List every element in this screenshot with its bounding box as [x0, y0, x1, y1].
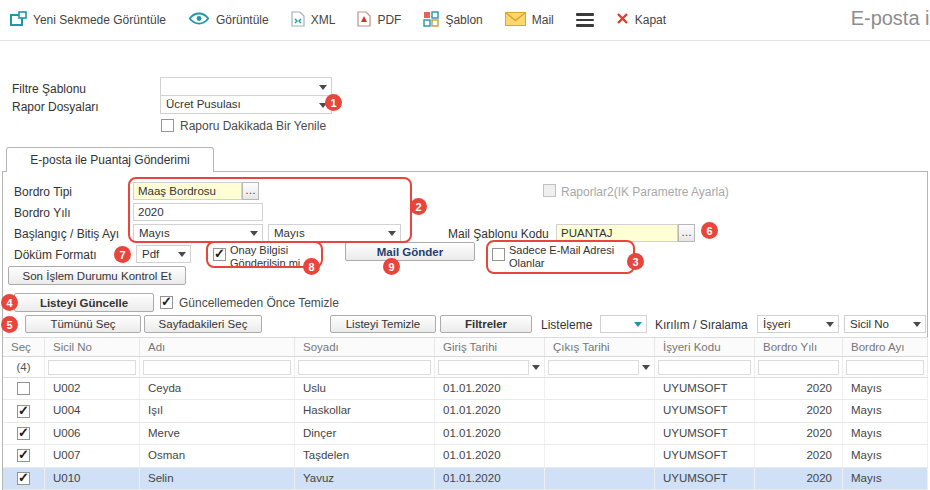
column-header[interactable]: Bordro Ayı	[843, 338, 928, 356]
filter-cell	[755, 357, 843, 377]
mail-button[interactable]: Mail	[505, 12, 554, 29]
toolbar-item-label: Kapat	[635, 13, 666, 27]
table-cell: Ceyda	[140, 378, 295, 399]
table-cell: 2020	[755, 445, 843, 466]
table-cell: Mayıs	[843, 423, 928, 444]
toolbar-item-label: XML	[311, 13, 336, 27]
table-row[interactable]: U002CeydaUslu01.01.2020UYUMSOFT2020Mayıs	[3, 378, 928, 400]
bitis-ayi-select[interactable]: Mayıs	[268, 224, 401, 242]
kirilim-select[interactable]: İşyeri	[757, 315, 839, 333]
bordro-yili-label: Bordro Yılı	[14, 206, 70, 220]
mail-gonder-button[interactable]: Mail Gönder	[345, 242, 475, 261]
xml-button[interactable]: XML	[291, 11, 336, 30]
column-filter-input[interactable]	[846, 360, 924, 375]
column-header[interactable]: Seç	[3, 338, 45, 356]
table-cell: UYUMSOFT	[655, 400, 755, 421]
raporlar2-checkbox[interactable]	[543, 184, 556, 197]
onay-bilgisi-checkbox[interactable]	[213, 248, 226, 261]
annotation-badge-8: 8	[303, 258, 320, 275]
filter-cell	[45, 357, 140, 377]
dokum-formati-select[interactable]: Pdf	[136, 245, 191, 263]
column-header[interactable]: İşyeri Kodu	[655, 338, 755, 356]
report-files-select[interactable]: Ücret Pusulası	[160, 95, 332, 114]
filter-cell: (4)	[3, 357, 45, 377]
table-row[interactable]: U004IşılHaskollar01.01.2020UYUMSOFT2020M…	[3, 400, 928, 422]
table-cell: 2020	[755, 468, 843, 489]
bordro-tipi-lookup-button[interactable]: …	[242, 182, 259, 200]
column-header[interactable]: Çıkış Tarihi	[545, 338, 655, 356]
filtreler-button[interactable]: Filtreler	[440, 315, 532, 333]
table-row[interactable]: U010SelinYavuz01.01.2020UYUMSOFT2020Mayı…	[3, 468, 928, 490]
filter-cell	[655, 357, 755, 377]
column-header[interactable]: Soyadı	[295, 338, 435, 356]
bordro-yili-input[interactable]	[133, 203, 263, 221]
chevron-down-icon	[634, 322, 642, 327]
raporlar2-label: Raporlar2(IK Parametre Ayarla)	[561, 185, 729, 199]
mail-sablonu-input[interactable]	[556, 224, 678, 242]
view-button[interactable]: Görüntüle	[188, 11, 269, 29]
column-filter-input[interactable]	[298, 360, 431, 375]
sayfadakileri-sec-button[interactable]: Sayfadakileri Seç	[144, 315, 262, 333]
listeleme-select[interactable]	[600, 315, 647, 333]
close-icon	[616, 12, 629, 28]
table-cell: 2020	[755, 423, 843, 444]
table-cell: Selin	[140, 468, 295, 489]
mail-sablonu-lookup-button[interactable]: …	[678, 224, 695, 242]
filter-template-value	[161, 78, 331, 82]
annotation-badge-4: 4	[1, 294, 18, 311]
page-title: E-posta il	[851, 7, 930, 30]
table-cell	[545, 423, 655, 444]
column-header[interactable]: Giriş Tarihi	[435, 338, 545, 356]
sadece-email-label: Sadece E-Mail Adresi Olanlar	[509, 244, 627, 269]
auto-refresh-checkbox[interactable]	[161, 119, 174, 132]
row-checkbox[interactable]	[17, 405, 30, 418]
listeyi-guncelle-button[interactable]: Listeyi Güncelle	[14, 293, 154, 312]
chevron-down-icon[interactable]	[532, 365, 540, 370]
row-checkbox[interactable]	[17, 427, 30, 440]
column-filter-input[interactable]	[658, 360, 751, 375]
tumunu-sec-button[interactable]: Tümünü Seç	[25, 315, 141, 333]
template-button[interactable]: Şablon	[423, 11, 482, 30]
chevron-down-icon[interactable]	[642, 365, 650, 370]
auto-refresh-checkbox-row: Raporu Dakikada Bir Yenile	[161, 119, 326, 133]
table-cell: U006	[45, 423, 140, 444]
table-row[interactable]: U007OsmanTaşdelen01.01.2020UYUMSOFT2020M…	[3, 445, 928, 467]
row-checkbox[interactable]	[17, 472, 30, 485]
guncellemeden-checkbox[interactable]	[160, 296, 173, 309]
column-header[interactable]: Adı	[140, 338, 295, 356]
siralama-select[interactable]: Sicil No	[844, 315, 926, 333]
template-icon	[423, 11, 439, 30]
filter-template-label: Filtre Şablonu	[12, 82, 86, 96]
tab-eposta-puantaj[interactable]: E-posta ile Puantaj Gönderimi	[6, 147, 214, 172]
column-filter-input[interactable]	[548, 360, 639, 375]
table-cell: 01.01.2020	[435, 468, 545, 489]
table-row[interactable]: U006MerveDinçer01.01.2020UYUMSOFT2020May…	[3, 423, 928, 445]
baslangic-ayi-select[interactable]: Mayıs	[133, 224, 263, 242]
app-window: Yeni Sekmede Görüntüle Görüntüle XML PDF…	[0, 0, 930, 490]
row-select-cell	[3, 423, 45, 444]
son-islem-durumu-button[interactable]: Son İşlem Durumu Kontrol Et	[8, 266, 186, 285]
toolbar-item-label: PDF	[377, 13, 401, 27]
column-filter-input[interactable]	[438, 360, 529, 375]
open-in-new-tab-button[interactable]: Yeni Sekmede Görüntüle	[10, 11, 166, 30]
row-checkbox[interactable]	[17, 449, 30, 462]
column-header[interactable]: Bordro Yılı	[755, 338, 843, 356]
pdf-button[interactable]: PDF	[357, 11, 401, 30]
bordro-tipi-input[interactable]	[133, 182, 242, 200]
menu-icon[interactable]	[576, 13, 594, 27]
filter-cell	[140, 357, 295, 377]
row-checkbox[interactable]	[17, 382, 30, 395]
listeleme-value	[601, 316, 646, 320]
auto-refresh-label: Raporu Dakikada Bir Yenile	[180, 119, 326, 133]
listeyi-temizle-button[interactable]: Listeyi Temizle	[330, 315, 436, 333]
column-header[interactable]: Sicil No	[45, 338, 140, 356]
column-filter-input[interactable]	[48, 360, 136, 375]
guncellemeden-checkbox-row: Güncellemeden Önce Temizle	[160, 296, 339, 310]
filter-template-select[interactable]	[160, 77, 332, 96]
column-filter-input[interactable]	[143, 360, 291, 375]
close-button[interactable]: Kapat	[616, 12, 666, 28]
filter-cell	[545, 357, 655, 377]
table-cell	[545, 468, 655, 489]
column-filter-input[interactable]	[758, 360, 839, 375]
sadece-email-checkbox[interactable]	[492, 248, 505, 261]
